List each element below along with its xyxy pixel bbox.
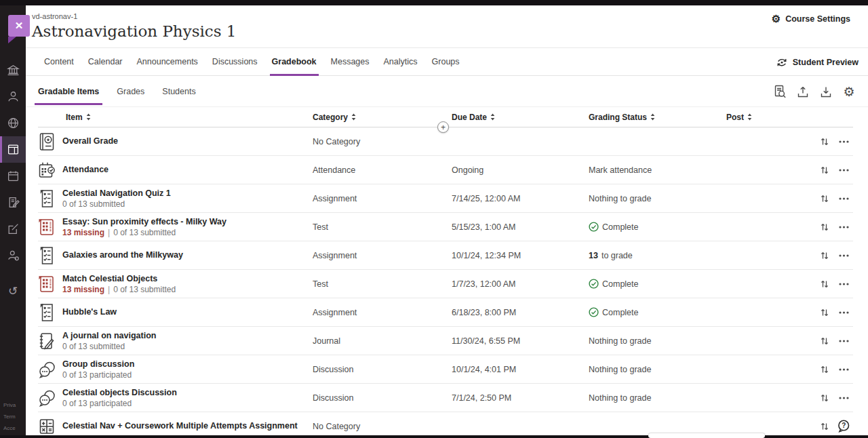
course-settings-button[interactable]: ⚙ Course Settings	[772, 14, 850, 24]
gradebook-search-button[interactable]	[772, 83, 788, 100]
column-header-post[interactable]: Post	[726, 113, 815, 122]
table-row[interactable]: Hubble's Law Assignment 6/18/23, 8:00 PM…	[38, 298, 853, 327]
table-row[interactable]: Celestial Navigation Quiz 1 0 of 13 subm…	[38, 184, 853, 213]
category-cell: Journal	[313, 336, 452, 346]
reorder-handle[interactable]	[815, 251, 834, 260]
tab-calendar[interactable]: Calendar	[88, 48, 123, 76]
add-item-button[interactable]: +	[437, 121, 449, 133]
complete-check-icon	[589, 307, 599, 317]
table-row[interactable]: Celestial objects Discussion 0 of 13 par…	[38, 384, 853, 412]
tab-content[interactable]: Content	[44, 48, 74, 76]
student-preview-icon	[776, 57, 788, 68]
table-row[interactable]: A journal on navigation 0 of 13 submitte…	[38, 327, 853, 355]
column-header-category[interactable]: Category	[313, 113, 452, 122]
tab-messages[interactable]: Messages	[331, 48, 370, 76]
item-title[interactable]: Hubble's Law	[62, 307, 313, 317]
row-menu-button[interactable]	[834, 226, 853, 228]
reorder-handle[interactable]	[815, 365, 834, 374]
sidebar-item-activity-stream[interactable]	[0, 110, 26, 136]
column-header-grading-status[interactable]: Grading Status	[589, 113, 726, 122]
test-icon	[38, 218, 56, 237]
upload-button[interactable]	[795, 83, 811, 100]
reorder-handle[interactable]	[815, 137, 834, 146]
terms-link[interactable]: Term	[3, 411, 24, 422]
reorder-handle[interactable]	[815, 279, 834, 289]
close-course-bookmark[interactable]: ✕	[6, 14, 32, 44]
reorder-handle[interactable]	[815, 194, 834, 203]
item-title[interactable]: Celestial Nav + Coursework Multiple Atte…	[62, 421, 313, 431]
grading-status-cell: Nothing to grade	[589, 393, 726, 403]
help-button[interactable]: ?	[834, 419, 853, 433]
sidebar-item-tools[interactable]	[0, 242, 26, 268]
row-menu-button[interactable]	[834, 283, 853, 285]
item-title[interactable]: Group discussion	[62, 359, 313, 370]
accessibility-link[interactable]: Acce	[3, 422, 24, 434]
category-cell: No Category	[313, 422, 452, 431]
tab-gradebook[interactable]: Gradebook	[272, 48, 317, 76]
tab-gradable-items[interactable]: Gradable Items	[38, 76, 99, 107]
complete-check-icon	[589, 222, 599, 232]
item-title[interactable]: Overall Grade	[62, 136, 313, 146]
sidebar-item-grades[interactable]	[0, 216, 26, 242]
row-menu-button[interactable]	[834, 197, 853, 200]
horizontal-scrollbar-thumb[interactable]	[648, 433, 765, 438]
column-header-due-date[interactable]: Due Date	[452, 113, 589, 122]
sidebar-item-messages[interactable]	[0, 189, 26, 216]
discussion-icon	[38, 389, 57, 407]
tab-grades[interactable]: Grades	[117, 76, 144, 107]
row-menu-button[interactable]	[834, 397, 853, 399]
sidebar-item-calendar[interactable]	[0, 163, 26, 189]
tab-discussions[interactable]: Discussions	[212, 48, 258, 76]
row-menu-button[interactable]	[834, 340, 853, 342]
item-title[interactable]: Attendance	[62, 165, 313, 175]
reorder-handle[interactable]	[815, 222, 834, 232]
row-menu-button[interactable]	[834, 368, 853, 371]
category-cell: Assignment	[313, 308, 452, 317]
table-row[interactable]: Essay: Sun proximity effects - Milky Way…	[38, 213, 853, 241]
sidebar-item-institution[interactable]	[0, 57, 26, 83]
table-row[interactable]: Match Celestial Objects 13 missing|0 of …	[38, 270, 853, 298]
tab-groups[interactable]: Groups	[432, 48, 460, 76]
sidebar-item-sign-out[interactable]: ↺	[0, 278, 26, 304]
document-search-icon	[773, 85, 787, 99]
row-menu-button[interactable]	[834, 254, 853, 257]
item-subtitle: 0 of 13 submitted	[62, 342, 313, 351]
reorder-handle[interactable]	[815, 422, 834, 431]
reorder-handle[interactable]	[815, 336, 834, 346]
item-title[interactable]: Celestial objects Discussion	[62, 388, 313, 398]
privacy-link[interactable]: Priva	[3, 399, 24, 411]
item-title[interactable]: Essay: Sun proximity effects - Milky Way	[62, 217, 313, 227]
due-date-cell: 11/30/24, 6:55 PM	[452, 336, 589, 346]
column-header-item[interactable]: Item	[62, 113, 313, 122]
sidebar-item-courses[interactable]	[0, 136, 26, 163]
row-menu-button[interactable]	[834, 140, 853, 143]
grading-status-cell: 13to grade	[589, 251, 726, 260]
due-date-cell: 10/1/24, 4:01 PM	[452, 365, 589, 374]
table-row[interactable]: Group discussion 0 of 13 participated Di…	[38, 355, 853, 384]
gradebook-settings-button[interactable]: ⚙	[841, 83, 857, 100]
test-icon	[38, 275, 56, 294]
item-title[interactable]: Match Celestial Objects	[62, 274, 313, 284]
item-title[interactable]: Celestial Navigation Quiz 1	[62, 188, 313, 199]
close-icon: ✕	[15, 20, 24, 32]
tab-students[interactable]: Students	[162, 76, 195, 107]
reorder-handle[interactable]	[815, 308, 834, 317]
row-menu-button[interactable]	[834, 311, 853, 314]
missing-count: 13 missing	[62, 228, 104, 237]
reorder-handle[interactable]	[815, 165, 834, 175]
tab-announcements[interactable]: Announcements	[137, 48, 198, 76]
category-cell: Assignment	[313, 194, 452, 203]
row-menu-button[interactable]	[834, 169, 853, 172]
table-row[interactable]: Galaxies around the Milkyway Assignment …	[38, 241, 853, 270]
item-title[interactable]: Galaxies around the Milkyway	[62, 250, 313, 260]
table-row[interactable]: Attendance Attendance Ongoing Mark atten…	[38, 156, 853, 184]
overall-grade-icon	[38, 132, 56, 151]
sidebar-item-profile[interactable]	[0, 83, 26, 110]
item-title[interactable]: A journal on navigation	[62, 331, 313, 341]
globe-icon	[7, 117, 20, 130]
reorder-handle[interactable]	[815, 393, 834, 403]
grading-status-cell: Nothing to grade	[589, 336, 726, 346]
tab-analytics[interactable]: Analytics	[384, 48, 418, 76]
student-preview-button[interactable]: Student Preview	[776, 48, 859, 76]
download-button[interactable]	[818, 83, 834, 100]
